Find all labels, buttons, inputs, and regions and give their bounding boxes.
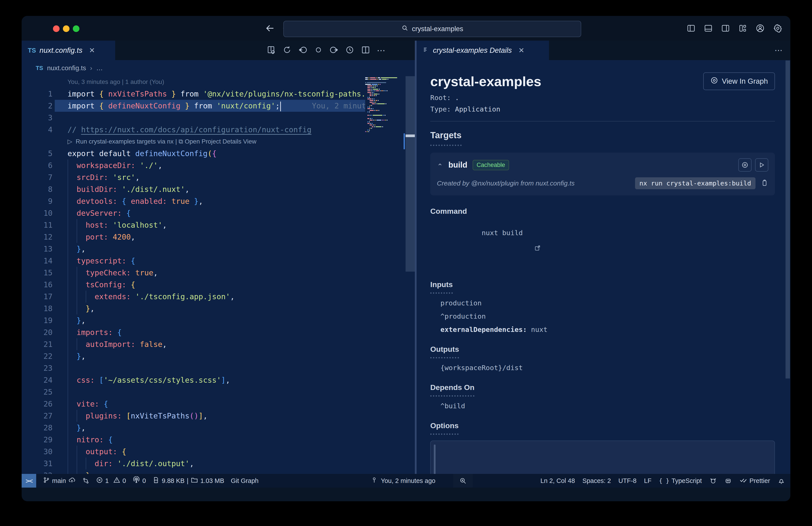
code-line[interactable]: 5export default defineNuxtConfig({ — [21, 147, 365, 159]
tab-nuxt-config[interactable]: TS nuxt.config.ts ✕ — [21, 41, 115, 60]
cursor-position-item[interactable]: Ln 2, Col 48 — [540, 477, 575, 484]
breadcrumb[interactable]: TS nuxt.config.ts › … — [21, 60, 415, 76]
panel-vertical-scrollbar[interactable] — [785, 60, 790, 379]
remote-indicator[interactable]: >< — [21, 474, 36, 487]
collapse-chevron-icon[interactable] — [437, 161, 443, 169]
code-line[interactable]: 12 port: 4200, — [21, 231, 365, 243]
code-line[interactable]: 6 workspaceDir: './', — [21, 159, 365, 171]
close-traffic-light[interactable] — [53, 25, 60, 32]
code-line[interactable]: 30 output: { — [21, 446, 365, 457]
code-line[interactable]: 21 autoImport: false, — [21, 338, 365, 350]
code-line[interactable]: 2import { defineNuxtConfig } from 'nuxt/… — [21, 100, 365, 112]
notifications-bell-icon[interactable] — [778, 477, 785, 484]
previous-change-icon[interactable] — [298, 45, 308, 56]
code-line[interactable]: 24 css: ['~/assets/css/styles.scss'], — [21, 374, 365, 386]
code-line[interactable]: 7 srcDir: 'src', — [21, 171, 365, 183]
copy-icon[interactable] — [761, 179, 768, 187]
toggle-primary-sidebar-icon[interactable] — [687, 24, 696, 33]
encoding-item[interactable]: UTF-8 — [619, 477, 637, 484]
customize-layout-icon[interactable] — [738, 24, 747, 33]
codelens-run-link[interactable]: Run crystal-examples targets via nx — [76, 138, 174, 145]
git-branch-item[interactable]: main — [43, 476, 76, 485]
list-item: {workspaceRoot}/dist — [440, 364, 775, 372]
indentation-item[interactable]: Spaces: 2 — [582, 477, 611, 484]
toggle-panel-icon[interactable] — [704, 24, 713, 33]
editor-panel-splitter[interactable] — [415, 41, 417, 487]
git-graph-item[interactable]: Git Graph — [231, 477, 259, 484]
code-line[interactable]: 11 host: 'localhost', — [21, 219, 365, 231]
minimap[interactable] — [365, 76, 405, 487]
code-line[interactable]: 8 buildDir: './dist/.nuxt', — [21, 183, 365, 195]
code-line[interactable]: 25 — [21, 386, 365, 398]
file-size-item[interactable]: 9.88 KB | 1.03 MB — [153, 476, 224, 485]
code-line[interactable]: 16 tsConfig: { — [21, 279, 365, 290]
sync-icon[interactable] — [282, 45, 292, 55]
code-line[interactable]: 17 extends: './tsconfig.app.json', — [21, 290, 365, 302]
compare-changes-item[interactable] — [82, 477, 89, 484]
zoom-status-item[interactable] — [453, 474, 473, 487]
view-in-graph-button[interactable]: View In Graph — [703, 72, 775, 90]
run-target-button[interactable] — [755, 158, 768, 172]
code-editor[interactable]: You, 3 minutes ago | 1 author (You)1impo… — [21, 76, 365, 487]
panel-more-actions-icon[interactable]: ⋯ — [774, 41, 782, 60]
target-name[interactable]: build — [448, 160, 467, 170]
maximize-traffic-light[interactable] — [73, 25, 79, 32]
run-target-play-icon[interactable]: ▷ — [68, 138, 76, 145]
eol-item[interactable]: LF — [644, 477, 652, 484]
code-line[interactable]: 23 — [21, 362, 365, 374]
open-changes-icon[interactable] — [266, 45, 276, 55]
code-line[interactable]: 10 devServer: { — [21, 207, 365, 219]
code-line[interactable]: 18 }, — [21, 302, 365, 314]
code-line[interactable]: 26 vite: { — [21, 398, 365, 410]
current-change-icon[interactable] — [315, 46, 322, 55]
line-number: 21 — [21, 338, 53, 350]
tab-close-icon[interactable]: ✕ — [89, 46, 95, 55]
code-line[interactable]: 20 imports: { — [21, 326, 365, 338]
open-details-icon[interactable]: ⧉ — [178, 138, 185, 145]
line-number: 7 — [21, 171, 53, 183]
tab-close-icon[interactable]: ✕ — [519, 46, 524, 55]
outputs-list: {workspaceRoot}/dist — [430, 364, 775, 372]
code-line[interactable]: 19 }, — [21, 314, 365, 326]
code-line[interactable]: 13 }, — [21, 243, 365, 255]
code-line[interactable]: 28 }, — [21, 422, 365, 434]
timeline-icon[interactable] — [345, 45, 354, 55]
split-editor-icon[interactable] — [361, 45, 370, 55]
prettier-item[interactable]: Prettier — [739, 476, 770, 486]
code-line[interactable]: 3 — [21, 112, 365, 124]
code-line[interactable]: 22 }, — [21, 350, 365, 362]
more-actions-icon[interactable]: ⋯ — [377, 45, 385, 55]
code-line[interactable]: 4// https://nuxt.com/docs/api/configurat… — [21, 124, 365, 136]
extension-robot-icon[interactable] — [724, 477, 732, 484]
code-line[interactable]: 1import { nxViteTsPaths } from '@nx/vite… — [21, 88, 365, 100]
lens-row[interactable]: ▷ Run crystal-examples targets via nx | … — [21, 136, 365, 147]
tab-project-details[interactable]: crystal-examples Details ✕ — [417, 41, 549, 60]
minimize-traffic-light[interactable] — [63, 25, 70, 32]
ports-item[interactable]: 0 — [133, 476, 146, 485]
code-line[interactable]: 29 nitro: { — [21, 434, 365, 446]
code-line[interactable]: 31 dir: './dist/.output', — [21, 457, 365, 469]
breadcrumb-file[interactable]: nuxt.config.ts — [47, 64, 86, 72]
extension-squirrel-icon[interactable] — [709, 477, 717, 484]
language-item[interactable]: { } TypeScript — [659, 477, 702, 484]
code-line[interactable]: 14 typescript: { — [21, 255, 365, 267]
command-center-search[interactable]: crystal-examples — [283, 21, 581, 37]
codelens-open-link[interactable]: Open Project Details View — [185, 138, 257, 145]
code-line[interactable]: 15 typeCheck: true, — [21, 267, 365, 279]
toggle-secondary-sidebar-icon[interactable] — [721, 24, 730, 33]
blame-status-item[interactable]: You, 2 minutes ago — [371, 477, 435, 485]
next-change-icon[interactable] — [329, 45, 338, 56]
settings-gear-icon[interactable] — [773, 24, 782, 33]
problems-item[interactable]: 1 0 — [96, 477, 126, 485]
view-target-graph-button[interactable] — [738, 158, 752, 172]
editor-vertical-scrollbar[interactable] — [406, 76, 415, 272]
workspace-size: 1.03 MB — [200, 477, 224, 484]
code-line[interactable]: 27 plugins: [nxViteTsPaths()], — [21, 410, 365, 422]
breadcrumb-more[interactable]: … — [96, 64, 103, 72]
nx-run-command-pill[interactable]: nx run crystal-examples:build — [635, 177, 755, 189]
external-link-icon[interactable] — [485, 237, 541, 261]
code-line[interactable]: 9 devtools: { enabled: true }, — [21, 195, 365, 207]
blame-row[interactable]: You, 3 minutes ago | 1 author (You) — [21, 76, 365, 88]
account-icon[interactable] — [755, 24, 765, 33]
back-arrow-icon[interactable] — [264, 23, 276, 34]
